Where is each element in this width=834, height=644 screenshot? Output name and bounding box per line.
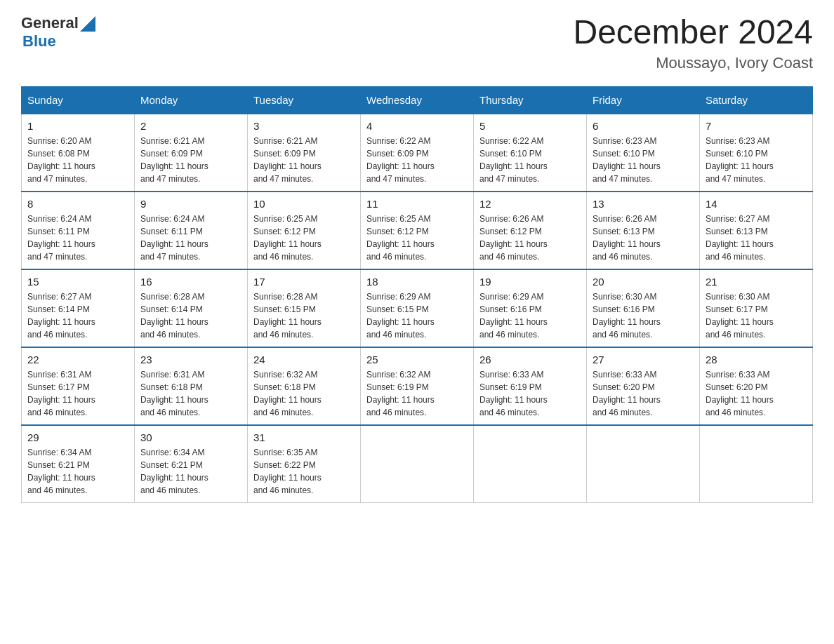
day-number: 31 [253, 431, 355, 443]
day-number: 5 [479, 120, 581, 132]
day-info: Sunrise: 6:22 AMSunset: 6:10 PMDaylight:… [479, 135, 581, 185]
calendar-cell: 6 Sunrise: 6:23 AMSunset: 6:10 PMDayligh… [587, 114, 700, 192]
calendar-cell: 27 Sunrise: 6:33 AMSunset: 6:20 PMDaylig… [587, 347, 700, 425]
day-info: Sunrise: 6:30 AMSunset: 6:17 PMDaylight:… [706, 290, 807, 341]
header-tuesday: Tuesday [248, 86, 361, 114]
day-number: 8 [27, 198, 128, 210]
day-number: 14 [706, 198, 807, 210]
calendar-cell: 21 Sunrise: 6:30 AMSunset: 6:17 PMDaylig… [700, 269, 813, 347]
day-info: Sunrise: 6:32 AMSunset: 6:18 PMDaylight:… [253, 368, 355, 419]
day-number: 26 [479, 354, 581, 365]
calendar-cell [361, 425, 474, 503]
calendar-cell: 25 Sunrise: 6:32 AMSunset: 6:19 PMDaylig… [361, 347, 474, 425]
day-number: 18 [366, 276, 468, 288]
calendar-cell: 15 Sunrise: 6:27 AMSunset: 6:14 PMDaylig… [22, 269, 135, 347]
day-number: 16 [140, 276, 241, 288]
day-number: 2 [140, 120, 241, 132]
day-info: Sunrise: 6:24 AMSunset: 6:11 PMDaylight:… [140, 213, 241, 263]
calendar-cell: 29 Sunrise: 6:34 AMSunset: 6:21 PMDaylig… [22, 425, 135, 503]
calendar-cell: 13 Sunrise: 6:26 AMSunset: 6:13 PMDaylig… [587, 192, 700, 269]
logo: General Blue [21, 14, 95, 51]
svg-marker-0 [80, 16, 95, 32]
calendar-cell: 18 Sunrise: 6:29 AMSunset: 6:15 PMDaylig… [361, 269, 474, 347]
day-info: Sunrise: 6:32 AMSunset: 6:19 PMDaylight:… [366, 368, 468, 419]
day-info: Sunrise: 6:29 AMSunset: 6:15 PMDaylight:… [366, 290, 468, 341]
calendar-cell: 9 Sunrise: 6:24 AMSunset: 6:11 PMDayligh… [135, 192, 248, 269]
day-number: 21 [706, 276, 807, 288]
calendar-cell: 19 Sunrise: 6:29 AMSunset: 6:16 PMDaylig… [474, 269, 587, 347]
calendar-cell: 5 Sunrise: 6:22 AMSunset: 6:10 PMDayligh… [474, 114, 587, 192]
title-block: December 2024 Moussayo, Ivory Coast [573, 14, 813, 72]
calendar-cell [587, 425, 700, 503]
day-info: Sunrise: 6:25 AMSunset: 6:12 PMDaylight:… [366, 213, 468, 263]
calendar-cell: 10 Sunrise: 6:25 AMSunset: 6:12 PMDaylig… [248, 192, 361, 269]
day-number: 17 [253, 276, 355, 288]
day-info: Sunrise: 6:31 AMSunset: 6:18 PMDaylight:… [140, 368, 241, 419]
header-monday: Monday [135, 86, 248, 114]
calendar-cell: 8 Sunrise: 6:24 AMSunset: 6:11 PMDayligh… [22, 192, 135, 269]
day-info: Sunrise: 6:28 AMSunset: 6:14 PMDaylight:… [140, 290, 241, 341]
calendar-header-row: SundayMondayTuesdayWednesdayThursdayFrid… [22, 86, 813, 114]
calendar-cell: 12 Sunrise: 6:26 AMSunset: 6:12 PMDaylig… [474, 192, 587, 269]
calendar-cell [474, 425, 587, 503]
logo-general-text: General [21, 14, 79, 32]
day-number: 27 [593, 354, 694, 365]
day-info: Sunrise: 6:22 AMSunset: 6:09 PMDaylight:… [366, 135, 468, 185]
day-info: Sunrise: 6:27 AMSunset: 6:14 PMDaylight:… [27, 290, 128, 341]
day-info: Sunrise: 6:30 AMSunset: 6:16 PMDaylight:… [593, 290, 694, 341]
calendar-cell: 24 Sunrise: 6:32 AMSunset: 6:18 PMDaylig… [248, 347, 361, 425]
day-number: 10 [253, 198, 355, 210]
day-number: 28 [706, 354, 807, 365]
header-saturday: Saturday [700, 86, 813, 114]
day-number: 30 [140, 431, 241, 443]
day-info: Sunrise: 6:29 AMSunset: 6:16 PMDaylight:… [479, 290, 581, 341]
calendar-table: SundayMondayTuesdayWednesdayThursdayFrid… [21, 86, 813, 503]
day-info: Sunrise: 6:33 AMSunset: 6:20 PMDaylight:… [593, 368, 694, 419]
day-number: 4 [366, 120, 468, 132]
month-title: December 2024 [573, 14, 813, 51]
day-info: Sunrise: 6:28 AMSunset: 6:15 PMDaylight:… [253, 290, 355, 341]
day-number: 9 [140, 198, 241, 210]
day-info: Sunrise: 6:23 AMSunset: 6:10 PMDaylight:… [593, 135, 694, 185]
calendar-cell: 26 Sunrise: 6:33 AMSunset: 6:19 PMDaylig… [474, 347, 587, 425]
calendar-cell: 31 Sunrise: 6:35 AMSunset: 6:22 PMDaylig… [248, 425, 361, 503]
calendar-week-row: 15 Sunrise: 6:27 AMSunset: 6:14 PMDaylig… [22, 269, 813, 347]
day-number: 13 [593, 198, 694, 210]
calendar-week-row: 1 Sunrise: 6:20 AMSunset: 6:08 PMDayligh… [22, 114, 813, 192]
day-info: Sunrise: 6:31 AMSunset: 6:17 PMDaylight:… [27, 368, 128, 419]
header-friday: Friday [587, 86, 700, 114]
day-number: 19 [479, 276, 581, 288]
calendar-cell: 17 Sunrise: 6:28 AMSunset: 6:15 PMDaylig… [248, 269, 361, 347]
calendar-cell: 3 Sunrise: 6:21 AMSunset: 6:09 PMDayligh… [248, 114, 361, 192]
day-number: 15 [27, 276, 128, 288]
calendar-cell: 2 Sunrise: 6:21 AMSunset: 6:09 PMDayligh… [135, 114, 248, 192]
day-info: Sunrise: 6:25 AMSunset: 6:12 PMDaylight:… [253, 213, 355, 263]
day-info: Sunrise: 6:26 AMSunset: 6:12 PMDaylight:… [479, 213, 581, 263]
day-number: 22 [27, 354, 128, 365]
calendar-week-row: 29 Sunrise: 6:34 AMSunset: 6:21 PMDaylig… [22, 425, 813, 503]
day-number: 7 [706, 120, 807, 132]
logo-triangle-icon [80, 16, 95, 32]
logo-blue-text: Blue [22, 32, 56, 51]
calendar-cell [700, 425, 813, 503]
day-info: Sunrise: 6:21 AMSunset: 6:09 PMDaylight:… [140, 135, 241, 185]
header-wednesday: Wednesday [361, 86, 474, 114]
day-number: 6 [593, 120, 694, 132]
day-number: 23 [140, 354, 241, 365]
day-info: Sunrise: 6:35 AMSunset: 6:22 PMDaylight:… [253, 446, 355, 497]
day-number: 29 [27, 431, 128, 443]
calendar-cell: 4 Sunrise: 6:22 AMSunset: 6:09 PMDayligh… [361, 114, 474, 192]
calendar-cell: 16 Sunrise: 6:28 AMSunset: 6:14 PMDaylig… [135, 269, 248, 347]
day-number: 20 [593, 276, 694, 288]
calendar-cell: 23 Sunrise: 6:31 AMSunset: 6:18 PMDaylig… [135, 347, 248, 425]
day-number: 3 [253, 120, 355, 132]
day-info: Sunrise: 6:26 AMSunset: 6:13 PMDaylight:… [593, 213, 694, 263]
calendar-week-row: 22 Sunrise: 6:31 AMSunset: 6:17 PMDaylig… [22, 347, 813, 425]
calendar-cell: 7 Sunrise: 6:23 AMSunset: 6:10 PMDayligh… [700, 114, 813, 192]
day-info: Sunrise: 6:33 AMSunset: 6:19 PMDaylight:… [479, 368, 581, 419]
day-info: Sunrise: 6:23 AMSunset: 6:10 PMDaylight:… [706, 135, 807, 185]
header-sunday: Sunday [22, 86, 135, 114]
page-header: General Blue December 2024 Moussayo, Ivo… [21, 14, 813, 72]
day-info: Sunrise: 6:20 AMSunset: 6:08 PMDaylight:… [27, 135, 128, 185]
day-number: 12 [479, 198, 581, 210]
